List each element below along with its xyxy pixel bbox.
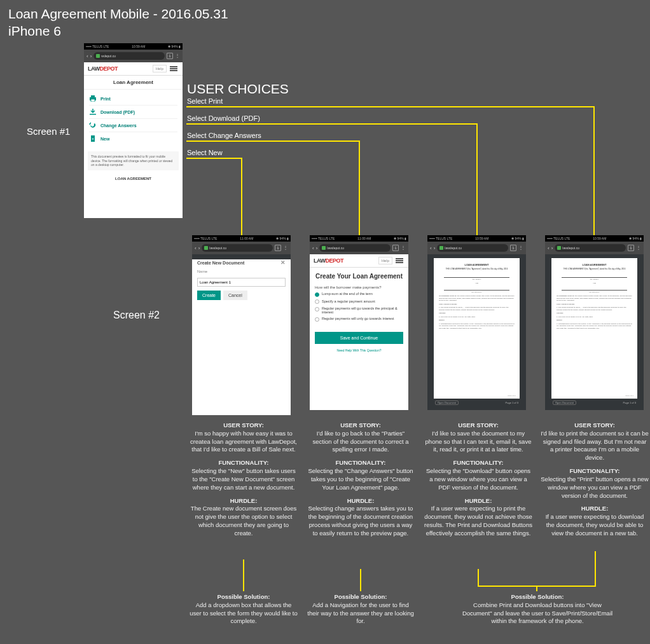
modal-header: Create New Document ✕ (197, 259, 286, 270)
preview-doc-title: LOAN AGREEMENT (84, 174, 183, 183)
status-bar: ••••• TELUS LTE 10:59 AM ✱ 94% ▮ (84, 43, 183, 50)
hamburger-icon[interactable] (170, 68, 177, 69)
new-doc-icon: + (89, 135, 97, 142)
phone-change: ••••• TELUS LTE11:00 AM✱ 94% ▮ ‹›lawdepo… (310, 235, 408, 410)
pdf-page: LOAN AGREEMENT THIS LOAN AGREEMENT (this… (434, 258, 520, 399)
solution-change: Possible Solution: Add a Navigation for … (307, 593, 415, 626)
annotation-print: USER STORY: I'd like to print the docume… (541, 416, 649, 538)
screen2-label: Screen #2 (113, 310, 160, 321)
menu-change-answers[interactable]: Change Answers (89, 119, 177, 132)
app-header: LAWDEPOT Help (84, 62, 183, 76)
solution-new: Possible Solution: Add a dropdown box th… (190, 593, 298, 626)
choice-print-label: Select Print (187, 97, 223, 105)
svg-rect-3 (90, 114, 96, 115)
menu-icon[interactable]: ⋮ (175, 55, 180, 57)
close-icon[interactable]: ✕ (280, 259, 286, 266)
print-icon (89, 95, 97, 102)
radio-principal-interest[interactable]: Regular payments will go towards the pri… (315, 306, 403, 314)
tabs-icon[interactable]: 1 (167, 53, 173, 59)
svg-rect-1 (91, 95, 95, 97)
download-icon (89, 109, 97, 115)
fwd-icon[interactable]: › (90, 53, 92, 59)
cancel-button[interactable]: Cancel (223, 291, 247, 300)
browser-chrome: ‹ › wdepot.co 1 ⋮ (84, 50, 183, 62)
lock-icon (96, 54, 100, 58)
svg-text:+: + (92, 137, 94, 140)
annotation-change: USER STORY: I'd like to go back to the "… (307, 416, 415, 538)
choice-change-label: Select Change Answers (187, 132, 261, 139)
help-link[interactable]: Need Help With This Question? (310, 346, 408, 354)
phone-screen1: ••••• TELUS LTE 10:59 AM ✱ 94% ▮ ‹ › wde… (84, 43, 183, 218)
back-icon[interactable]: ‹ (86, 53, 88, 59)
menu-download[interactable]: Download (PDF) (89, 106, 177, 119)
help-button[interactable]: Help (153, 65, 167, 72)
create-button[interactable]: Create (197, 291, 221, 300)
address-bar[interactable]: wdepot.co (93, 52, 165, 60)
annotation-download: USER STORY: I'd like to save the documen… (424, 416, 532, 538)
phone-print: ••••• TELUS LTE10:59 AM✱ 94% ▮ ‹›lawdepo… (545, 235, 644, 410)
choices-title: USER CHOICES (187, 81, 289, 97)
save-continue-button[interactable]: Save and Continue (315, 332, 403, 344)
phone-download: ••••• TELUS LTE10:59 AM✱ 94% ▮ ‹›lawdepo… (427, 235, 526, 410)
wizard-question: How will the borrower make payments? (315, 285, 403, 289)
open-document-button[interactable]: Open Document (435, 401, 459, 405)
pdf-page: LOAN AGREEMENT THIS LOAN AGREEMENT (this… (551, 258, 637, 399)
choice-download-label: Select Download (PDF) (187, 114, 260, 122)
svg-rect-2 (91, 99, 95, 102)
radio-regular-amount[interactable]: Specify a regular payment amount (315, 299, 403, 305)
open-document-button[interactable]: Open Document (553, 401, 576, 405)
device-label: iPhone 6 (8, 24, 61, 39)
choice-new-label: Select New (187, 149, 223, 156)
wizard-title: Create Your Loan Agreement (315, 273, 403, 280)
radio-interest-only[interactable]: Regular payments will only go towards in… (315, 317, 403, 322)
screen1-label: Screen #1 (27, 126, 70, 137)
name-label: Name (197, 270, 286, 273)
solution-combined: Possible Solution: Combine Print and Dow… (461, 593, 614, 626)
undo-icon (89, 122, 97, 128)
doc-name-input[interactable] (197, 278, 286, 287)
annotation-new: USER STORY: I'm so happy with how easy i… (190, 416, 298, 538)
radio-lumpsum[interactable]: Lump-sum at the end of the term (315, 292, 403, 297)
menu-print[interactable]: Print (89, 92, 177, 106)
menu-new[interactable]: + New (89, 132, 177, 145)
page-title: Loan Agreement Mobile - 2016.05.31 (8, 6, 228, 22)
phone-new: ••••• TELUS LTE11:00 AM✱ 94% ▮ ‹›lawdepo… (192, 235, 291, 410)
disclaimer-text: This document preview is formatted to fi… (88, 151, 179, 170)
logo: LAWDEPOT (88, 65, 118, 72)
document-title: Loan Agreement (84, 76, 183, 90)
